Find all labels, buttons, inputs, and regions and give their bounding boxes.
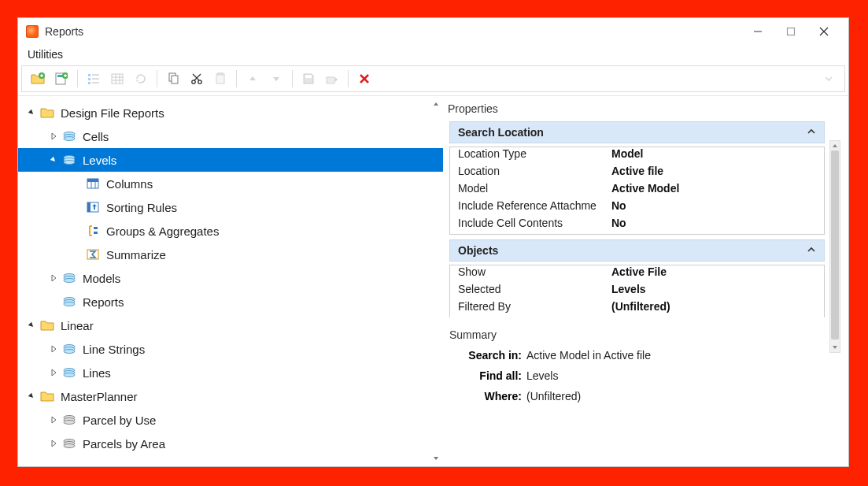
svg-point-63: [64, 444, 75, 448]
close-button[interactable]: [807, 23, 840, 40]
tree-node-summarize[interactable]: Summarize: [18, 243, 443, 266]
export-button[interactable]: [321, 69, 343, 89]
up-button[interactable]: [242, 69, 264, 89]
columns-icon: [86, 177, 100, 190]
expand-collapse-icon[interactable]: [26, 320, 37, 331]
new-report-button[interactable]: [50, 69, 72, 89]
scroll-up-arrow[interactable]: [430, 99, 441, 110]
property-row[interactable]: Filtered By(Unfiltered): [450, 300, 824, 317]
svg-point-57: [64, 373, 75, 377]
tree-node-reports[interactable]: Reports: [18, 290, 443, 313]
tree-node-sorting-rules[interactable]: Sorting Rules: [18, 195, 443, 219]
save-button[interactable]: [297, 69, 319, 89]
tree-label: Groups & Aggregates: [106, 224, 219, 238]
svg-point-36: [64, 161, 75, 165]
reports-window: Reports Utilities: [17, 17, 849, 467]
summary-row: Find all:Levels: [448, 369, 840, 382]
tree-node-linear[interactable]: Linear: [18, 313, 443, 337]
property-key: Location Type: [458, 147, 611, 165]
properties-scrollbar[interactable]: [829, 140, 840, 353]
property-value: No: [611, 217, 626, 234]
tree-node-columns[interactable]: Columns: [18, 172, 443, 195]
scroll-down-arrow[interactable]: [430, 452, 441, 463]
list-button[interactable]: [83, 69, 105, 89]
paste-button[interactable]: [209, 69, 231, 89]
stack-icon: [62, 130, 76, 143]
tree-node-levels[interactable]: Levels: [18, 148, 443, 172]
minimize-button[interactable]: [741, 23, 774, 40]
tree-node-groups-aggregates[interactable]: Groups & Aggregates: [18, 219, 443, 243]
tree-label: Cells: [83, 130, 109, 143]
scroll-down-icon[interactable]: [830, 341, 840, 352]
tree-node-masterplanner[interactable]: MasterPlanner: [18, 384, 443, 408]
svg-rect-11: [92, 74, 99, 76]
separator: [236, 70, 237, 87]
properties-title: Properties: [446, 102, 840, 115]
expand-collapse-icon[interactable]: [48, 154, 59, 165]
property-row[interactable]: Include Reference AttachmeNo: [450, 199, 824, 217]
summary-row: Search in:Active Model in Active file: [448, 349, 840, 362]
grid-button[interactable]: [106, 69, 128, 89]
property-row[interactable]: Location TypeModel: [450, 147, 824, 165]
section-header-objects[interactable]: Objects: [449, 239, 825, 262]
property-row[interactable]: ShowActive File: [450, 265, 824, 283]
expand-collapse-icon[interactable]: [48, 343, 59, 354]
svg-rect-25: [216, 74, 224, 83]
sort-icon: [86, 201, 100, 213]
property-value: Active Model: [611, 182, 679, 199]
expand-collapse-icon[interactable]: [26, 107, 37, 118]
property-row[interactable]: Include Cell ContentsNo: [450, 217, 824, 234]
tree-node-parcels-by-area[interactable]: Parcels by Area: [18, 432, 443, 455]
down-button[interactable]: [265, 69, 287, 89]
svg-rect-28: [327, 77, 334, 83]
tree-node-parcel-by-use[interactable]: Parcel by Use: [18, 408, 443, 432]
expand-collapse-icon[interactable]: [48, 367, 59, 378]
tree-label: MasterPlanner: [61, 390, 138, 403]
property-value: No: [611, 199, 626, 217]
tree-node-line-strings[interactable]: Line Strings: [18, 337, 443, 361]
delete-button[interactable]: [353, 69, 375, 89]
toolbar-overflow-button[interactable]: [818, 69, 840, 89]
separator: [77, 70, 78, 87]
stack-gray-icon: [62, 414, 76, 426]
property-key: Include Reference Attachme: [458, 199, 611, 217]
tree-node-cells[interactable]: Cells: [18, 124, 443, 148]
svg-rect-43: [94, 227, 98, 229]
cut-button[interactable]: [186, 69, 208, 89]
tree-panel: Design File Reports Cells Levels Columns: [18, 96, 443, 466]
summary-row: Where:(Unfiltered): [448, 390, 840, 403]
property-key: Filtered By: [458, 300, 611, 317]
property-row[interactable]: ModelActive Model: [450, 182, 824, 199]
expand-collapse-icon[interactable]: [48, 438, 59, 449]
tree-node-lines[interactable]: Lines: [18, 361, 443, 384]
maximize-button[interactable]: [774, 23, 807, 40]
svg-rect-8: [88, 74, 90, 76]
expand-collapse-icon[interactable]: [48, 131, 59, 142]
section-header-search-location[interactable]: Search Location: [449, 121, 825, 143]
refresh-button[interactable]: [130, 69, 152, 89]
expand-collapse-icon[interactable]: [26, 391, 37, 402]
tree-node-models[interactable]: Models: [18, 266, 443, 290]
tree-node-design-file-reports[interactable]: Design File Reports: [18, 101, 443, 124]
tree-label: Parcel by Use: [83, 414, 156, 427]
svg-rect-9: [88, 78, 90, 80]
stack-icon: [62, 295, 76, 308]
menu-utilities[interactable]: Utilities: [28, 48, 63, 61]
svg-rect-38: [87, 179, 98, 182]
new-folder-button[interactable]: [27, 69, 49, 89]
property-row[interactable]: SelectedLevels: [450, 283, 824, 300]
property-value: Active File: [611, 265, 667, 283]
svg-rect-42: [87, 202, 90, 212]
tree-label: Reports: [83, 295, 124, 309]
copy-button[interactable]: [162, 69, 184, 89]
expand-collapse-icon[interactable]: [48, 273, 59, 284]
chevron-up-icon: [807, 244, 816, 257]
scrollbar-thumb[interactable]: [831, 150, 839, 339]
property-value: Levels: [611, 283, 646, 300]
property-value: Active file: [611, 165, 663, 182]
tree-label: Sorting Rules: [106, 201, 177, 214]
tree-label: Line Strings: [83, 343, 145, 356]
property-row[interactable]: LocationActive file: [450, 165, 824, 182]
expand-collapse-icon[interactable]: [48, 414, 59, 425]
tree-label: Linear: [61, 319, 94, 332]
